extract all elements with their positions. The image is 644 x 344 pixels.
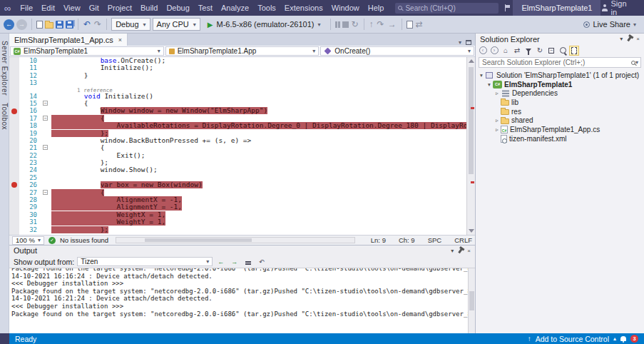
start-debugging-button[interactable]: ▶ M-6.5-x86 (emulator-26101) ▾ <box>203 17 326 31</box>
menu-item-help[interactable]: Help <box>364 0 389 16</box>
code-line[interactable]: 22 Exit(); <box>9 152 466 159</box>
tree-item[interactable]: ▹shared <box>476 116 644 125</box>
scroll-down-arrow-icon[interactable] <box>469 229 474 233</box>
step-into-icon[interactable]: ↑ <box>369 19 374 29</box>
breakpoint-gutter[interactable] <box>9 166 19 173</box>
breakpoint-gutter[interactable] <box>9 181 19 188</box>
breakpoint-gutter[interactable] <box>9 159 19 166</box>
breakpoint-gutter[interactable] <box>9 79 19 86</box>
code-text[interactable]: 1 reference <box>51 87 466 93</box>
outlining-margin[interactable] <box>41 137 51 144</box>
clear-all-icon[interactable] <box>242 257 253 266</box>
menu-item-build[interactable]: Build <box>136 0 162 16</box>
outlining-margin[interactable] <box>41 203 51 211</box>
undo-icon[interactable]: ↶ <box>83 19 91 29</box>
code-line[interactable]: 16 Window window = new Window("ElmSharpA… <box>9 107 466 114</box>
outlining-margin[interactable]: − <box>41 115 51 122</box>
outlining-margin[interactable] <box>41 93 51 100</box>
code-text[interactable]: } <box>51 72 466 79</box>
tree-item[interactable]: ▹Dependencies <box>476 88 644 98</box>
forward-icon[interactable]: › <box>489 46 499 56</box>
outlining-margin[interactable] <box>41 57 51 64</box>
breakpoint-gutter[interactable] <box>9 226 19 233</box>
spaces-indicator[interactable]: SPC <box>428 236 442 244</box>
redo-icon[interactable]: ↷ <box>93 19 102 29</box>
solution-search-input[interactable] <box>479 59 631 66</box>
chevron-expanded-icon[interactable]: ▾ <box>486 81 493 88</box>
pin-icon[interactable] <box>628 36 632 41</box>
tree-item[interactable]: lib <box>476 98 644 107</box>
menu-item-view[interactable]: View <box>59 0 85 16</box>
output-scrollbar[interactable] <box>468 268 475 333</box>
restart-icon[interactable]: ↻ <box>351 19 359 29</box>
breakpoint-gutter[interactable] <box>9 144 19 151</box>
tree-item[interactable]: res <box>476 107 644 116</box>
home-icon[interactable]: ⌂ <box>501 46 511 56</box>
close-panel-icon[interactable]: × <box>636 36 640 42</box>
code-line[interactable]: 13 <box>9 79 466 86</box>
solution-configurations-dropdown[interactable]: Debug ▾ <box>111 18 150 31</box>
scroll-up-arrow-icon[interactable] <box>469 59 474 63</box>
code-text[interactable]: var box = new Box(window) <box>51 181 466 188</box>
tree-item[interactable]: tizen-manifest.xml <box>476 134 644 143</box>
tree-item[interactable]: ▾C#ElmSharpTemplate1 <box>476 80 644 89</box>
code-text[interactable]: window.BackButtonPressed += (s, e) => <box>51 137 466 144</box>
new-file-icon[interactable] <box>36 21 43 29</box>
outlining-margin[interactable] <box>41 226 51 233</box>
outlining-margin[interactable] <box>41 152 51 159</box>
code-line[interactable]: 32 }; <box>9 226 466 233</box>
step-over-icon[interactable]: ↷ <box>377 19 385 29</box>
add-to-source-control-button[interactable]: Add to Source Control <box>536 335 609 343</box>
menu-item-git[interactable]: Git <box>85 0 103 16</box>
code-line[interactable]: 17− { <box>9 115 466 122</box>
outlining-margin[interactable] <box>41 166 51 173</box>
menu-item-edit[interactable]: Edit <box>37 0 59 16</box>
breakpoint-gutter[interactable] <box>9 57 19 64</box>
sync-icon[interactable]: ⇄ <box>415 19 424 29</box>
project-dropdown[interactable]: C# ElmSharpTemplate1 ▾ <box>10 46 164 56</box>
scrollbar-thumb[interactable] <box>469 291 474 310</box>
code-text[interactable]: }; <box>51 130 466 137</box>
outlining-margin[interactable] <box>41 122 51 129</box>
outlining-margin[interactable] <box>41 211 51 218</box>
chevron-up-icon[interactable]: ▴ <box>613 335 616 342</box>
code-line[interactable]: 18 AvailableRotations = DisplayRotation.… <box>9 122 466 129</box>
code-line[interactable]: 20 window.BackButtonPressed += (s, e) => <box>9 137 466 144</box>
save-all-icon[interactable] <box>66 21 73 29</box>
menu-item-test[interactable]: Test <box>194 0 217 16</box>
find-in-files-icon[interactable] <box>407 21 413 29</box>
breakpoint-gutter[interactable] <box>9 87 19 93</box>
outlining-margin[interactable]: − <box>41 144 51 151</box>
window-position-icon[interactable]: ▾ <box>451 248 454 254</box>
breakpoint-gutter[interactable] <box>9 64 19 71</box>
quick-search-input[interactable] <box>402 4 502 12</box>
code-text[interactable]: window.Show(); <box>51 166 466 173</box>
code-text[interactable]: void Initialize() <box>51 93 466 100</box>
save-icon[interactable] <box>56 21 63 29</box>
code-line[interactable]: 30 WeightX = 1, <box>9 211 466 218</box>
step-out-icon[interactable]: → <box>387 19 397 29</box>
quick-search-box[interactable] <box>395 3 499 14</box>
code-text[interactable]: Exit(); <box>51 152 466 159</box>
code-line[interactable]: 10 base.OnCreate(); <box>9 57 466 64</box>
code-line[interactable]: 28 AlignmentX = -1, <box>9 196 466 203</box>
breakpoint-gutter[interactable] <box>9 203 19 211</box>
code-line[interactable]: 15− { <box>9 100 466 107</box>
breakpoint-icon[interactable] <box>11 108 17 114</box>
member-dropdown[interactable]: OnCreate() ▾ <box>320 46 474 56</box>
find-message-icon[interactable]: ← <box>215 257 226 266</box>
live-share-button[interactable]: Live Share ▾ <box>583 20 640 29</box>
window-position-icon[interactable]: ▾ <box>620 36 623 42</box>
menu-item-tools[interactable]: Tools <box>253 0 280 16</box>
collapse-region-icon[interactable]: − <box>43 145 48 150</box>
menu-item-debug[interactable]: Debug <box>162 0 193 16</box>
navigate-forward-icon[interactable]: → <box>16 19 27 30</box>
notifications-bell-icon[interactable] <box>620 336 626 341</box>
code-text[interactable]: { <box>51 115 466 122</box>
code-text[interactable]: { <box>51 189 466 196</box>
code-line[interactable]: 11 Initialize(); <box>9 64 466 71</box>
active-files-dropdown-icon[interactable]: ▾ <box>459 39 461 46</box>
outlining-margin[interactable] <box>41 72 51 79</box>
collapse-all-icon[interactable]: − <box>546 46 556 56</box>
menu-item-analyze[interactable]: Analyze <box>217 0 253 16</box>
